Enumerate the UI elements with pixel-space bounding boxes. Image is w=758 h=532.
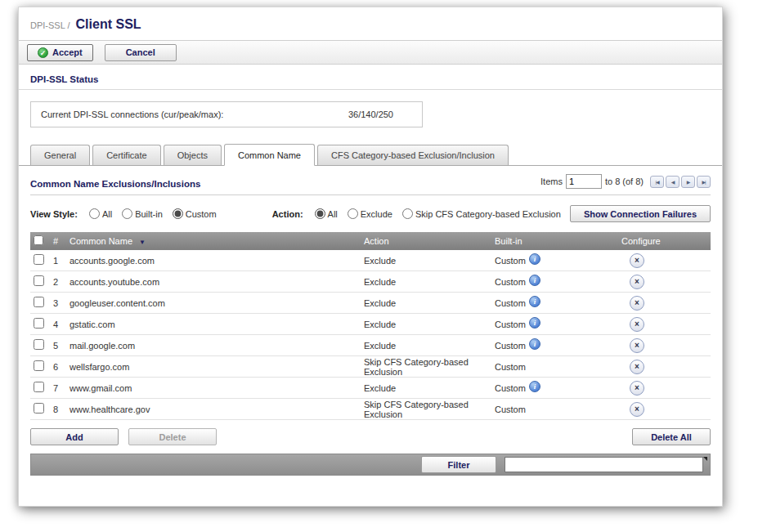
view-style-label: View Style: [30, 209, 78, 219]
row-action: Exclude [364, 298, 495, 308]
row-common-name: www.healthcare.gov [70, 405, 364, 414]
delete-row-icon[interactable]: × [630, 381, 644, 396]
items-page-input[interactable] [566, 174, 602, 189]
row-action: Exclude [364, 320, 495, 329]
row-number: 2 [53, 277, 70, 287]
row-built-in: Custom [495, 341, 526, 351]
last-page-icon[interactable]: ▶| [697, 176, 711, 188]
action-exclude-radio[interactable] [348, 208, 358, 219]
view-style-builtin[interactable]: Built-in [122, 208, 163, 219]
delete-row-icon[interactable]: × [630, 338, 644, 353]
info-icon[interactable]: i [529, 317, 540, 329]
accept-button[interactable]: ✓ Accept [27, 44, 93, 61]
filter-input[interactable] [505, 457, 703, 472]
row-number: 5 [53, 341, 70, 351]
row-number: 8 [53, 405, 70, 414]
row-common-name: www.gmail.com [70, 383, 364, 393]
action-all-radio[interactable] [315, 208, 325, 219]
dpi-ssl-status-heading: DPI-SSL Status [19, 65, 722, 90]
action-filter-block: Action: All Exclude Skip CFS Category-ba… [272, 208, 567, 219]
cancel-button[interactable]: Cancel [105, 44, 177, 61]
select-all-checkbox[interactable] [34, 235, 43, 245]
pager-buttons: |◀ ◀ ▶ ▶| [650, 176, 711, 188]
row-checkbox[interactable] [34, 318, 44, 329]
delete-row-icon[interactable]: × [630, 317, 644, 332]
cancel-button-label: Cancel [126, 47, 155, 57]
view-style-all-radio[interactable] [89, 208, 100, 219]
tab-cfs-category[interactable]: CFS Category-based Exclusion/Inclusion [317, 145, 509, 165]
tab-objects-label: Objects [177, 150, 208, 160]
client-ssl-panel: DPI-SSL / Client SSL ✓ Accept Cancel DPI… [18, 7, 723, 507]
row-checkbox[interactable] [34, 254, 44, 265]
breadcrumb-section[interactable]: DPI-SSL / [30, 20, 70, 30]
view-style-custom-radio[interactable] [173, 208, 183, 219]
show-connection-failures-button[interactable]: Show Connection Failures [570, 205, 711, 222]
tab-certificate[interactable]: Certificate [92, 145, 161, 165]
tab-objects[interactable]: Objects [164, 145, 222, 165]
view-style-all[interactable]: All [89, 208, 112, 219]
sort-desc-icon[interactable]: ▼ [139, 239, 146, 246]
action-exclude[interactable]: Exclude [348, 208, 392, 219]
row-action: Skip CFS Category-based Exclusion [364, 357, 495, 377]
delete-button[interactable]: Delete [128, 428, 217, 445]
info-icon[interactable]: i [529, 275, 540, 286]
action-radio-group: All Exclude Skip CFS Category-based Excl… [315, 208, 567, 219]
delete-all-button-label: Delete All [651, 432, 692, 442]
row-built-in: Custom [495, 256, 526, 266]
row-common-name: gstatic.com [70, 320, 364, 329]
action-all[interactable]: All [315, 208, 338, 219]
row-common-name: accounts.youtube.com [70, 277, 364, 287]
filter-bar: Filter [30, 454, 711, 476]
action-skip-cfs-radio[interactable] [402, 208, 413, 219]
info-icon[interactable]: i [529, 253, 540, 265]
row-number: 1 [53, 256, 70, 266]
tab-general[interactable]: General [30, 145, 90, 165]
delete-row-icon[interactable]: × [630, 296, 644, 311]
delete-button-label: Delete [159, 432, 186, 442]
add-button-label: Add [65, 432, 83, 442]
first-page-icon[interactable]: |◀ [650, 176, 664, 188]
row-checkbox[interactable] [34, 382, 44, 392]
col-common-name[interactable]: Common Name ▼ [70, 236, 364, 246]
view-style-radio-group: All Built-in Custom [89, 208, 223, 219]
prev-page-icon[interactable]: ◀ [666, 176, 680, 188]
col-number: # [53, 236, 70, 246]
table-row: 8 www.healthcare.gov Skip CFS Category-b… [30, 399, 711, 420]
col-built-in: Built-in [495, 236, 621, 246]
filter-button[interactable]: Filter [421, 456, 496, 473]
breadcrumb: DPI-SSL / Client SSL [19, 7, 722, 40]
delete-row-icon[interactable]: × [630, 360, 644, 374]
view-style-builtin-radio[interactable] [122, 208, 132, 219]
table-row: 4 gstatic.com Exclude Custom i × [30, 314, 711, 335]
connections-label: Current DPI-SSL connections (cur/peak/ma… [41, 110, 223, 119]
info-icon[interactable]: i [529, 338, 540, 350]
info-icon[interactable]: i [529, 381, 540, 392]
add-button[interactable]: Add [30, 428, 119, 445]
row-action: Exclude [364, 383, 495, 393]
table-row: 1 accounts.google.com Exclude Custom i × [30, 250, 711, 271]
action-skip-cfs[interactable]: Skip CFS Category-based Exclusion [402, 208, 561, 219]
row-checkbox[interactable] [34, 339, 44, 350]
view-style-all-label: All [102, 209, 112, 219]
filter-controls-row: View Style: All Built-in Custom Action: … [30, 205, 711, 222]
delete-row-icon[interactable]: × [630, 402, 644, 417]
next-page-icon[interactable]: ▶ [681, 176, 695, 188]
row-number: 3 [53, 298, 70, 308]
row-checkbox[interactable] [34, 403, 44, 414]
view-style-custom[interactable]: Custom [173, 208, 217, 219]
info-icon[interactable]: i [529, 296, 540, 307]
row-checkbox[interactable] [34, 297, 44, 307]
accept-button-label: Accept [52, 47, 83, 57]
tab-common-name[interactable]: Common Name [224, 144, 315, 166]
table-footer: Add Delete Delete All [30, 428, 711, 445]
row-common-name: wellsfargo.com [70, 362, 364, 372]
col-action: Action [364, 236, 495, 246]
delete-row-icon[interactable]: × [630, 253, 644, 268]
row-built-in: Custom [495, 320, 526, 329]
delete-all-button[interactable]: Delete All [632, 428, 711, 445]
delete-row-icon[interactable]: × [630, 275, 644, 289]
row-checkbox[interactable] [34, 275, 44, 286]
row-checkbox[interactable] [34, 360, 44, 371]
accept-check-icon: ✓ [38, 47, 48, 58]
pagination: Items to 8 (of 8) |◀ ◀ ▶ ▶| [540, 174, 711, 189]
